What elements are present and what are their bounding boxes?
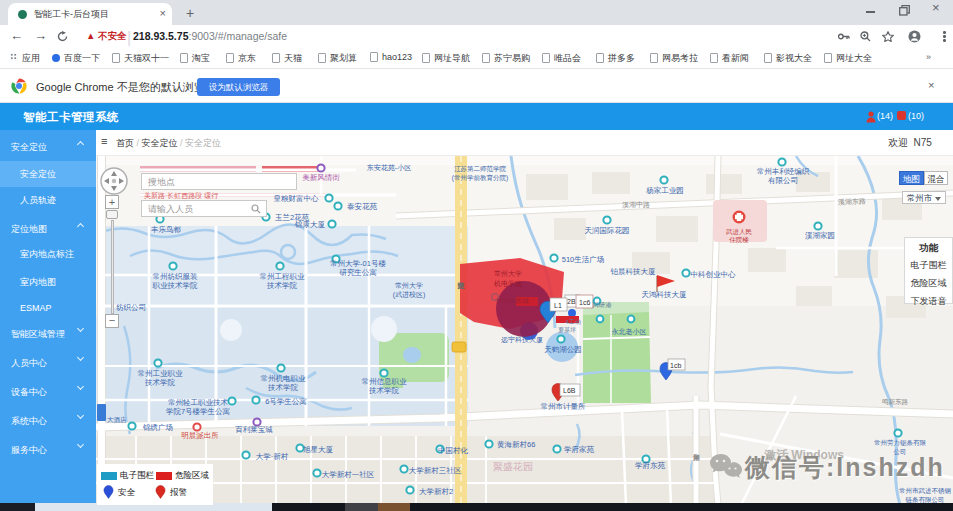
svg-text:6号学生公寓: 6号学生公寓 xyxy=(265,397,307,406)
svg-text:丰乐鸟都: 丰乐鸟都 xyxy=(151,225,182,234)
svg-text:常州科教城: 常州科教城 xyxy=(496,297,529,305)
svg-text:锦绣广场: 锦绣广场 xyxy=(142,423,173,432)
svg-text:大学·新村: 大学·新村 xyxy=(256,452,289,461)
svg-text:机电学院: 机电学院 xyxy=(494,280,522,288)
svg-text:大学新村一社区: 大学新村一社区 xyxy=(322,470,375,479)
svg-text:杨家工业园: 杨家工业园 xyxy=(645,186,684,195)
svg-text:常州市武进不锈钢: 常州市武进不锈钢 xyxy=(899,487,951,495)
svg-text:常州机电职业: 常州机电职业 xyxy=(261,374,307,383)
svg-text:1c6: 1c6 xyxy=(579,299,590,306)
svg-text:萝基坪: 萝基坪 xyxy=(558,327,576,334)
svg-text:510生活广场: 510生活广场 xyxy=(562,255,605,264)
svg-text:永北老小区: 永北老小区 xyxy=(612,328,647,336)
svg-text:中国村化: 中国村化 xyxy=(438,446,469,455)
svg-text:常州工程职业: 常州工程职业 xyxy=(260,272,306,281)
svg-text:1cb: 1cb xyxy=(670,362,681,369)
svg-text:有限公司: 有限公司 xyxy=(768,176,798,185)
svg-text:中科创业中心: 中科创业中心 xyxy=(691,270,737,279)
svg-text:聚盛花园: 聚盛花园 xyxy=(493,461,533,472)
svg-text:(武进校区): (武进校区) xyxy=(393,291,426,299)
svg-text:住院楼: 住院楼 xyxy=(729,236,749,244)
svg-text:2B: 2B xyxy=(567,298,576,305)
svg-text:江苏第二师范学院: 江苏第二师范学院 xyxy=(454,165,507,173)
svg-text:常州工业职业: 常州工业职业 xyxy=(138,369,184,378)
svg-text:学府东苑: 学府东苑 xyxy=(635,461,666,470)
svg-text:链条有限公司: 链条有限公司 xyxy=(905,496,945,503)
svg-text:技术学院: 技术学院 xyxy=(267,383,299,392)
svg-text:技术学院: 技术学院 xyxy=(368,386,400,395)
svg-text:常州信息职业: 常州信息职业 xyxy=(362,377,408,386)
svg-text:天鹤湖公园: 天鹤湖公园 xyxy=(544,345,582,354)
svg-text:研究生公寓: 研究生公寓 xyxy=(339,268,377,277)
svg-text:L1: L1 xyxy=(554,302,562,309)
svg-text:学府家苑: 学府家苑 xyxy=(564,445,595,454)
svg-text:大学新村三社区: 大学新村三社区 xyxy=(409,466,462,475)
svg-text:职业技术学院: 职业技术学院 xyxy=(153,281,199,290)
svg-text:黄海新村66: 黄海新村66 xyxy=(497,440,535,449)
svg-text:大学新村2: 大学新村2 xyxy=(419,487,453,496)
svg-text:百利莱宝城: 百利莱宝城 xyxy=(235,425,273,434)
svg-text:(常州学前教育分院): (常州学前教育分院) xyxy=(452,174,508,182)
svg-text:常州劳力锯条有限: 常州劳力锯条有限 xyxy=(874,439,927,446)
svg-text:常州大学: 常州大学 xyxy=(494,270,522,277)
svg-text:常州丰利经编织: 常州丰利经编织 xyxy=(757,167,810,176)
svg-text:铂晨科技大厦: 铂晨科技大厦 xyxy=(610,267,657,276)
svg-text:L6B: L6B xyxy=(563,387,576,394)
svg-text:明晨派出所: 明晨派出所 xyxy=(181,431,219,440)
svg-text:东安花苑-小区: 东安花苑-小区 xyxy=(367,164,411,172)
svg-text:技术学院: 技术学院 xyxy=(144,378,176,387)
svg-text:回研港: 回研港 xyxy=(592,301,612,309)
svg-text:锦康大厦: 锦康大厦 xyxy=(294,220,326,229)
svg-text:鸣新东路: 鸣新东路 xyxy=(882,398,909,406)
svg-text:溪湖家园: 溪湖家园 xyxy=(805,231,835,240)
svg-text:皇粮财富中心: 皇粮财富中心 xyxy=(274,194,320,203)
svg-text:常州大学-01号楼: 常州大学-01号楼 xyxy=(330,259,386,268)
svg-text:溪湖中路: 溪湖中路 xyxy=(622,201,650,209)
svg-text:常州轻工职业技术: 常州轻工职业技术 xyxy=(168,398,229,407)
svg-text:美新风情街: 美新风情街 xyxy=(302,173,340,182)
svg-text:4工动: 4工动 xyxy=(565,318,580,325)
svg-text:旭星大厦: 旭星大厦 xyxy=(303,445,334,454)
svg-text:学院7号楼学生公寓: 学院7号楼学生公寓 xyxy=(166,407,230,416)
svg-text:天润国际花园: 天润国际花园 xyxy=(585,226,630,235)
svg-text:纺织公司: 纺织公司 xyxy=(116,303,146,312)
svg-text:常州大学: 常州大学 xyxy=(395,282,423,289)
svg-text:常州纺织服装: 常州纺织服装 xyxy=(153,272,199,281)
svg-text:泰安花苑: 泰安花苑 xyxy=(347,202,378,211)
svg-text:武进人民: 武进人民 xyxy=(725,228,752,236)
svg-text:常州市计量所: 常州市计量所 xyxy=(541,402,587,411)
svg-text:技术学院: 技术学院 xyxy=(266,281,298,290)
svg-text:远宇科技大厦: 远宇科技大厦 xyxy=(501,336,543,344)
svg-text:大酒店: 大酒店 xyxy=(107,416,127,424)
svg-text:天鸿科技大厦: 天鸿科技大厦 xyxy=(642,290,688,299)
